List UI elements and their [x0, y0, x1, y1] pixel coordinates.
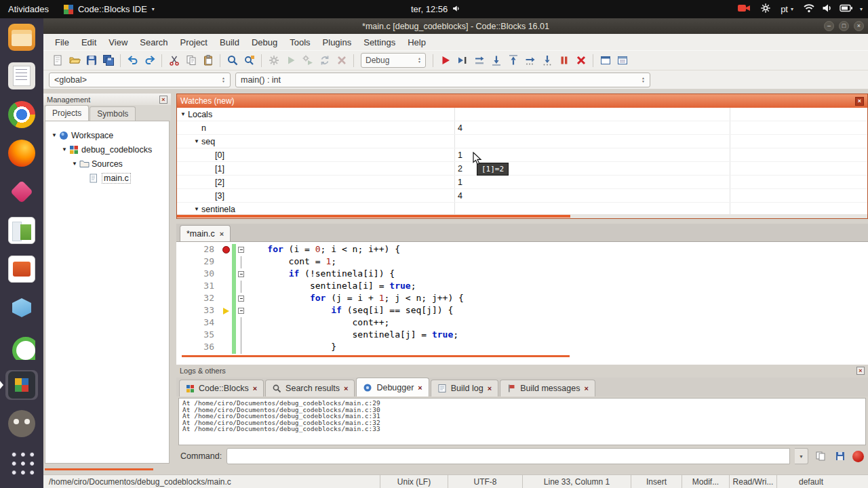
panel-splitter[interactable]	[171, 94, 176, 474]
green-app-icon[interactable]	[5, 331, 38, 361]
marker-margin[interactable]	[221, 244, 232, 256]
tree-item-debug-codeblocks[interactable]: ▼debug_codeblocks	[45, 142, 169, 157]
fold-margin[interactable]	[236, 244, 246, 256]
menu-debug[interactable]: Debug	[245, 35, 283, 49]
menu-help[interactable]: Help	[401, 35, 432, 49]
clock-menu[interactable]: ter, 12:56	[411, 0, 460, 18]
menu-project[interactable]: Project	[174, 35, 214, 49]
close-tab-icon[interactable]: ×	[584, 384, 588, 392]
expander-icon[interactable]: ▼	[50, 132, 59, 138]
log-tab-build-messages[interactable]: Build messages×	[500, 380, 595, 396]
watches-titlebar[interactable]: Watches (new) ×	[177, 94, 867, 108]
management-hscrollbar[interactable]	[45, 468, 153, 470]
run-button[interactable]	[282, 52, 299, 69]
step-into-button[interactable]	[488, 52, 505, 69]
fold-margin[interactable]	[236, 305, 246, 317]
build-button[interactable]	[265, 52, 282, 69]
watch-row[interactable]: [0]1	[177, 148, 867, 162]
close-tab-icon[interactable]: ×	[253, 384, 257, 392]
command-history-dropdown[interactable]: ▼	[795, 448, 808, 464]
keyboard-layout-indicator[interactable]: pt ▾	[781, 4, 793, 14]
close-button[interactable]: ×	[854, 21, 864, 31]
marker-margin[interactable]	[221, 268, 232, 281]
menu-settings[interactable]: Settings	[357, 35, 401, 49]
system-status-menu[interactable]: ▾	[803, 3, 863, 15]
next-line-button[interactable]	[471, 52, 488, 69]
expander-icon[interactable]: ▼	[70, 161, 79, 167]
command-input[interactable]	[226, 448, 790, 464]
expander-icon[interactable]: ▼	[60, 146, 69, 152]
menu-edit[interactable]: Edit	[75, 35, 102, 49]
menu-tools[interactable]: Tools	[283, 35, 316, 49]
tree-item-main-c[interactable]: main.c	[45, 171, 169, 185]
run-to-cursor-button[interactable]	[454, 52, 471, 69]
tree-item-sources[interactable]: ▼Sources	[45, 157, 169, 171]
various-info-button[interactable]	[614, 52, 631, 69]
codeblocks-icon[interactable]	[5, 370, 38, 400]
files-icon[interactable]	[5, 22, 38, 52]
libreoffice-impress-icon[interactable]	[5, 254, 38, 284]
expander-icon[interactable]: ▼	[192, 206, 201, 212]
menu-view[interactable]: View	[102, 35, 134, 49]
watch-row[interactable]: ▼seq	[177, 135, 867, 148]
firefox-icon[interactable]	[5, 138, 38, 168]
close-logs-icon[interactable]: ×	[856, 367, 865, 375]
find-button[interactable]	[224, 52, 241, 69]
menu-plugins[interactable]: Plugins	[317, 35, 358, 49]
debugger-log[interactable]: At /home/ciro/Documentos/debug_codeblock…	[178, 398, 866, 445]
new-file-button[interactable]	[49, 52, 66, 69]
activities-button[interactable]: Atividades	[8, 4, 49, 14]
close-tab-icon[interactable]: ×	[488, 384, 492, 392]
project-tree[interactable]: ▼Workspace▼debug_codeblocks▼Sourcesmain.…	[45, 121, 170, 464]
log-tab-build-log[interactable]: Build log×	[431, 380, 498, 396]
save-all-button[interactable]	[100, 52, 117, 69]
libreoffice-calc-icon[interactable]	[5, 216, 38, 245]
next-instruction-button[interactable]	[521, 52, 538, 69]
app-indicator-menu[interactable]: Code::Blocks IDE ▾	[64, 4, 155, 14]
marker-margin[interactable]	[221, 293, 232, 305]
marker-margin[interactable]	[221, 281, 232, 293]
build-and-run-button[interactable]	[299, 52, 316, 69]
step-out-button[interactable]	[505, 52, 521, 69]
abort-build-button[interactable]	[333, 52, 350, 69]
watch-row[interactable]: ▼Locals	[177, 108, 867, 121]
rebuild-button[interactable]	[316, 52, 333, 69]
save-button[interactable]	[83, 52, 100, 69]
watch-row[interactable]: [1]2	[177, 162, 867, 176]
step-into-instruction-button[interactable]	[538, 52, 555, 69]
marker-margin[interactable]	[221, 256, 232, 268]
save-log-button[interactable]	[833, 449, 848, 464]
redo-button[interactable]	[141, 52, 158, 69]
build-target-select[interactable]: Debug▲▼	[361, 53, 426, 68]
screen-record-indicator-icon[interactable]	[737, 3, 751, 16]
close-tab-icon[interactable]: ×	[418, 384, 422, 392]
tree-item-workspace[interactable]: ▼Workspace	[45, 128, 169, 142]
copy-log-button[interactable]	[813, 449, 828, 464]
tab-projects[interactable]: Projects	[45, 105, 89, 121]
replace-button[interactable]	[241, 52, 258, 69]
close-watches-icon[interactable]: ×	[855, 97, 864, 106]
debugging-windows-button[interactable]	[597, 52, 614, 69]
copy-button[interactable]	[182, 52, 199, 69]
log-tab-search-results[interactable]: Search results×	[265, 380, 355, 396]
watch-row[interactable]: ▼sentinela	[177, 203, 867, 214]
break-debugger-button[interactable]	[555, 52, 572, 69]
menu-search[interactable]: Search	[134, 35, 174, 49]
cut-button[interactable]	[165, 52, 182, 69]
close-panel-icon[interactable]: ×	[159, 96, 167, 104]
watch-row[interactable]: [2]1	[177, 176, 867, 189]
scope-select[interactable]: <global> ▲▼	[49, 73, 231, 87]
log-tab-code-blocks[interactable]: Code::Blocks×	[179, 380, 264, 396]
settings-indicator-icon[interactable]	[760, 3, 771, 16]
watches-hscrollbar[interactable]	[177, 214, 867, 218]
app-grid-icon[interactable]	[5, 447, 38, 477]
code-editor[interactable]: 28 for (i = 0; i < n; i++) {29 cont = 1;…	[176, 241, 868, 365]
scrollbar-thumb[interactable]	[177, 215, 570, 218]
watches-grid[interactable]: ▼Localsn4▼seq[0]1[1]2[2]1[3]4▼sentinela	[177, 108, 867, 214]
marker-margin[interactable]	[221, 329, 232, 342]
expander-icon[interactable]: ▼	[192, 138, 201, 144]
editor-hscrollbar[interactable]	[182, 355, 570, 357]
tab-symbols[interactable]: Symbols	[90, 106, 136, 121]
marker-margin[interactable]	[221, 317, 232, 329]
window-titlebar[interactable]: *main.c [debug_codeblocks] - Code::Block…	[43, 18, 868, 34]
